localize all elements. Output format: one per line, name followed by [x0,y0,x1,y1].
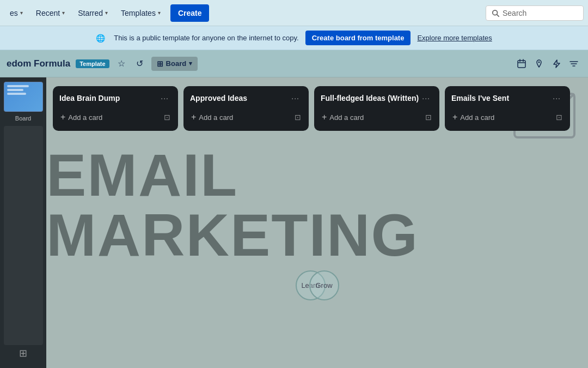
grow-circle: Grow [309,270,339,300]
search-icon [492,9,499,17]
search-box[interactable]: Search [486,5,584,21]
add-card-button[interactable]: + Add a card [190,110,234,124]
globe-icon: 🌐 [96,34,105,43]
banner-message: This is a public template for anyone on … [114,34,298,42]
list-card: Emails I've Sent ··· + Add a card ⊡ [445,86,570,131]
sidebar-panel [4,126,43,345]
chevron-down-icon: ▾ [189,60,192,67]
bg-logo: Learn Grow [296,270,339,300]
public-template-banner: 🌐 This is a public template for anyone o… [0,26,588,50]
chevron-down-icon: ▾ [105,10,108,16]
nav-workspaces[interactable]: es ▾ [4,5,28,21]
list-header: Idea Brain Dump ··· [59,93,171,104]
back-button[interactable]: ↺ [133,56,146,71]
lists-area: Idea Brain Dump ··· + Add a card ⊡ Appro… [46,77,588,368]
grid-icon: ⊞ [157,59,163,68]
plus-icon: + [452,112,457,122]
add-card-row: + Add a card ⊡ [59,110,171,124]
list-menu-button[interactable]: ··· [419,93,433,104]
nav-templates[interactable]: Templates ▾ [115,5,166,21]
add-card-button[interactable]: + Add a card [59,110,103,124]
list-header: Emails I've Sent ··· [451,93,564,104]
add-card-row: + Add a card ⊡ [451,110,564,124]
board-view-button[interactable]: ⊞ Board ▾ [151,57,198,71]
list-template-icon[interactable]: ⊡ [555,112,564,123]
svg-point-6 [538,61,540,63]
list-card: Approved Ideas ··· + Add a card ⊡ [183,86,309,131]
chevron-down-icon: ▾ [62,10,65,16]
board-header: edom Formula Template ☆ ↺ ⊞ Board ▾ [0,50,588,77]
plus-icon: + [60,112,65,122]
create-button[interactable]: Create [170,4,210,22]
explore-templates-link[interactable]: Explore more templates [417,34,492,42]
filter-icon-button[interactable] [566,56,581,71]
list-header: Approved Ideas ··· [190,93,302,104]
list-title: Emails I've Sent [451,94,509,102]
board-sidebar: Board ⊞ [0,77,46,368]
add-card-row: + Add a card ⊡ [321,110,433,124]
svg-rect-2 [518,61,525,68]
add-card-button[interactable]: + Add a card [321,110,365,124]
list-menu-button[interactable]: ··· [550,93,564,104]
list-title: Full-fledged Ideas (Written) [321,94,419,102]
calendar-icon [517,59,526,69]
chevron-down-icon: ▾ [158,10,161,16]
plus-icon: + [322,112,327,122]
list-menu-button[interactable]: ··· [289,93,302,104]
nav-recent[interactable]: Recent ▾ [30,5,70,21]
list-template-icon[interactable]: ⊡ [163,112,171,123]
board-thumbnail[interactable] [4,82,43,112]
lightning-icon-button[interactable] [549,56,564,71]
location-icon [534,59,544,69]
board-canvas: Board ⊞ EMAIL MARKETING Learn Grow [0,77,588,368]
search-label: Search [503,9,526,17]
map-pin-icon-button[interactable] [531,56,547,71]
calendar-icon-button[interactable] [514,56,529,71]
expand-icon[interactable]: ⊞ [19,347,27,359]
list-card: Idea Brain Dump ··· + Add a card ⊡ [53,86,178,131]
template-badge[interactable]: Template [76,59,109,68]
plus-icon: + [191,112,196,122]
list-card: Full-fledged Ideas (Written) ··· + Add a… [314,86,439,131]
list-header: Full-fledged Ideas (Written) ··· [321,93,433,104]
filter-icon [569,59,579,69]
svg-line-1 [497,14,499,16]
nav-starred[interactable]: Starred ▾ [72,5,113,21]
chevron-down-icon: ▾ [20,10,23,16]
sidebar-board-label: Board [15,115,31,122]
list-template-icon[interactable]: ⊡ [424,112,433,123]
list-menu-button[interactable]: ··· [158,93,171,104]
banner-create-board-button[interactable]: Create board from template [305,31,411,45]
board-title: edom Formula [7,58,70,69]
header-right-icons [514,56,581,71]
add-card-button[interactable]: + Add a card [451,110,495,124]
add-card-row: + Add a card ⊡ [190,110,302,124]
list-title: Approved Ideas [190,94,247,102]
top-navigation: es ▾ Recent ▾ Starred ▾ Templates ▾ Crea… [0,0,588,26]
lightning-icon [552,59,561,69]
list-title: Idea Brain Dump [59,94,120,102]
star-button[interactable]: ☆ [115,56,128,71]
list-template-icon[interactable]: ⊡ [293,112,302,123]
